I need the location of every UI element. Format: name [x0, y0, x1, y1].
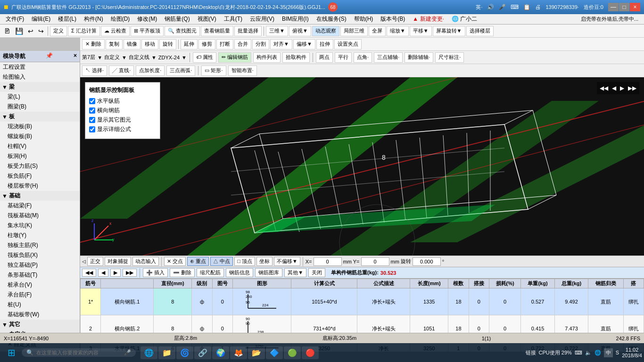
- property-btn[interactable]: 🏷 属性: [193, 52, 216, 63]
- tbl-next[interactable]: ▶: [110, 269, 121, 277]
- menu-new-change[interactable]: ▲ 新建变更·: [409, 14, 448, 24]
- pan-btn[interactable]: 平移▼: [410, 26, 432, 36]
- tray-ime[interactable]: S: [616, 350, 619, 355]
- del-axis-btn[interactable]: 删除辅轴·: [405, 52, 433, 63]
- taskbar-app6[interactable]: 🦊: [230, 346, 247, 359]
- smart-layout-btn[interactable]: 智能布置·: [228, 66, 257, 76]
- sidebar-item-raft-neg[interactable]: 筏板负筋(X): [0, 250, 80, 260]
- rect-btn[interactable]: ▭ 矩形·: [201, 66, 226, 76]
- tbl-rebar-lib[interactable]: 钢筋图库: [255, 268, 282, 277]
- x-input[interactable]: [314, 257, 342, 266]
- checkbox-show-formula[interactable]: 显示详细公式: [89, 125, 156, 133]
- pick-component-btn[interactable]: 拾取构件: [282, 52, 310, 63]
- edit-rebar-btn[interactable]: ✏ 编辑钢筋: [218, 52, 251, 63]
- sidebar-foundation[interactable]: ▼基础: [0, 191, 80, 201]
- sidebar-item-iso-base[interactable]: 独立基础(P): [0, 260, 80, 270]
- level-top-btn[interactable]: ⊞ 平齐板顶: [131, 26, 164, 36]
- sum-calc-btn[interactable]: Σ 汇总计算: [68, 26, 100, 36]
- snap-left-arrow[interactable]: ◁: [82, 259, 86, 264]
- line-btn[interactable]: ╱ 直线·: [109, 66, 134, 76]
- sidebar-item-foundband[interactable]: 基础板带(W): [0, 310, 80, 320]
- arc-btn[interactable]: 三点画弧·: [166, 66, 195, 76]
- menu-help[interactable]: 帮助(H): [350, 14, 377, 24]
- maximize-btn[interactable]: □: [619, 3, 629, 11]
- sidebar-item-column-ped[interactable]: 柱墩(Y): [0, 230, 80, 240]
- snap-ortho[interactable]: 正交: [87, 257, 103, 266]
- sidebar-item-strip[interactable]: 条形基础(T): [0, 270, 80, 280]
- copy-btn[interactable]: 复制: [106, 39, 123, 49]
- taskbar-app9[interactable]: 🟢: [284, 346, 301, 359]
- select-btn[interactable]: ↖ 选择·: [82, 66, 107, 76]
- cloud-check-btn[interactable]: ☁ 云检查: [101, 26, 130, 36]
- menu-floor[interactable]: 楼层(L): [54, 14, 80, 24]
- taskbar-app7[interactable]: 📂: [248, 346, 265, 359]
- tbl-insert[interactable]: ➕ 插入: [143, 268, 168, 277]
- tray-lang[interactable]: 中: [604, 348, 613, 357]
- nav-prev[interactable]: ◀: [611, 84, 617, 92]
- parallel-btn[interactable]: 平行: [335, 52, 352, 63]
- menu-guangxiao[interactable]: 🌐 广小二: [448, 14, 481, 24]
- sidebar-pin[interactable]: 📌: [46, 52, 53, 60]
- tbl-close[interactable]: 关闭: [308, 268, 325, 277]
- fullscreen-btn[interactable]: 全屏: [369, 26, 386, 36]
- sidebar-beam[interactable]: ▼梁: [0, 82, 80, 92]
- tray-clock[interactable]: 11:02 2018/8/4: [622, 347, 642, 358]
- sidebar-item-iso-main[interactable]: 独板主筋(R): [0, 240, 80, 250]
- start-btn[interactable]: ⊞: [2, 344, 21, 362]
- delete-btn[interactable]: ✕ 删除: [82, 39, 105, 49]
- sidebar-item-footing-beam[interactable]: 基础梁(F): [0, 201, 80, 211]
- snap-vertex[interactable]: □ 顶点: [234, 257, 255, 266]
- merge-btn[interactable]: 合并: [234, 39, 251, 49]
- tbl-last[interactable]: ▶▶: [123, 269, 137, 277]
- menu-view[interactable]: 视图(V): [194, 14, 220, 24]
- define-btn[interactable]: 定义: [50, 26, 67, 36]
- sidebar-item-ring-beam[interactable]: 圈梁(B): [0, 102, 80, 112]
- select-floor-btn[interactable]: 选择楼层: [466, 26, 494, 36]
- dynamic-obs-btn[interactable]: 动态观察: [312, 26, 339, 36]
- checkbox-transverse[interactable]: 横向纲筋: [89, 107, 156, 115]
- find-elem-btn[interactable]: 🔍 查找图元: [165, 26, 200, 36]
- stretch-btn[interactable]: 拉伸: [316, 39, 333, 49]
- tbl-scale-rebar[interactable]: 缩尺配筋: [197, 268, 224, 277]
- component-list-btn[interactable]: 构件列表: [253, 52, 281, 63]
- menu-edit[interactable]: 编辑(E): [28, 14, 54, 24]
- sidebar-item-castslab[interactable]: 现浇板(B): [0, 122, 80, 132]
- snap-coord[interactable]: 坐标: [256, 257, 272, 266]
- menu-modify[interactable]: 修改(M): [133, 14, 161, 24]
- sidebar-other[interactable]: ▼其它: [0, 320, 80, 329]
- menu-version[interactable]: 版本号(B): [377, 14, 409, 24]
- sidebar-item-slabhole[interactable]: 板洞(H): [0, 151, 80, 161]
- minimize-btn[interactable]: —: [608, 3, 619, 11]
- sidebar-item-slabstress[interactable]: 板受力筋(S): [0, 161, 80, 171]
- 3d-viewport[interactable]: 8 钢筋显示控制面板 水平纵筋 横向纲筋 显示其它图元 显示详细公式: [80, 77, 644, 255]
- nav-prev-prev[interactable]: ◀◀: [599, 84, 609, 92]
- screen-rot-btn[interactable]: 屏幕旋转▼: [433, 26, 465, 36]
- pinch-btn[interactable]: 设置夹点: [334, 39, 362, 49]
- top-view-btn[interactable]: 俯视▼: [289, 26, 311, 36]
- tbl-rebar-info[interactable]: 钢筋信息: [226, 268, 253, 277]
- view-rebar-btn[interactable]: 查看钢筋量: [201, 26, 233, 36]
- snap-intersect[interactable]: ✕ 交点: [164, 257, 186, 266]
- nav-next[interactable]: ▶: [619, 84, 625, 92]
- menu-online[interactable]: 在线服务(S): [313, 14, 350, 24]
- tbl-other[interactable]: 其他▼: [284, 268, 306, 277]
- sidebar-item-floorband[interactable]: 楼层板带(H): [0, 181, 80, 191]
- three-point-btn[interactable]: 三点辅轴·: [374, 52, 403, 63]
- rotate-btn[interactable]: 旋转: [159, 39, 176, 49]
- taskbar-app2[interactable]: 📁: [158, 346, 175, 359]
- sidebar-drawing-input[interactable]: 绘图输入: [0, 72, 80, 82]
- dim-btn[interactable]: 尺寸标注·: [435, 52, 464, 63]
- sidebar-item-spiralslab[interactable]: 螺旋板(B): [0, 132, 80, 141]
- table-row[interactable]: 1* 横向钢筋.1 8 ф 0 98 260 96 224: [81, 288, 644, 315]
- sidebar-engineering[interactable]: 工程设置: [0, 62, 80, 72]
- sidebar-item-beam[interactable]: 梁(L): [0, 92, 80, 102]
- close-btn[interactable]: ×: [630, 3, 640, 11]
- nav-next-next[interactable]: ▶▶: [627, 84, 637, 92]
- menu-cloud[interactable]: 云应用(V): [246, 14, 278, 24]
- menu-tools[interactable]: 工具(T): [220, 14, 246, 24]
- extend-btn[interactable]: 延伸: [181, 39, 198, 49]
- menu-file[interactable]: 文件(F): [2, 14, 28, 24]
- sidebar-item-slabflex[interactable]: 板负筋(F): [0, 171, 80, 181]
- snap-nooffset[interactable]: 不偏移▼: [274, 257, 300, 266]
- notification-badge[interactable]: 68: [328, 2, 338, 12]
